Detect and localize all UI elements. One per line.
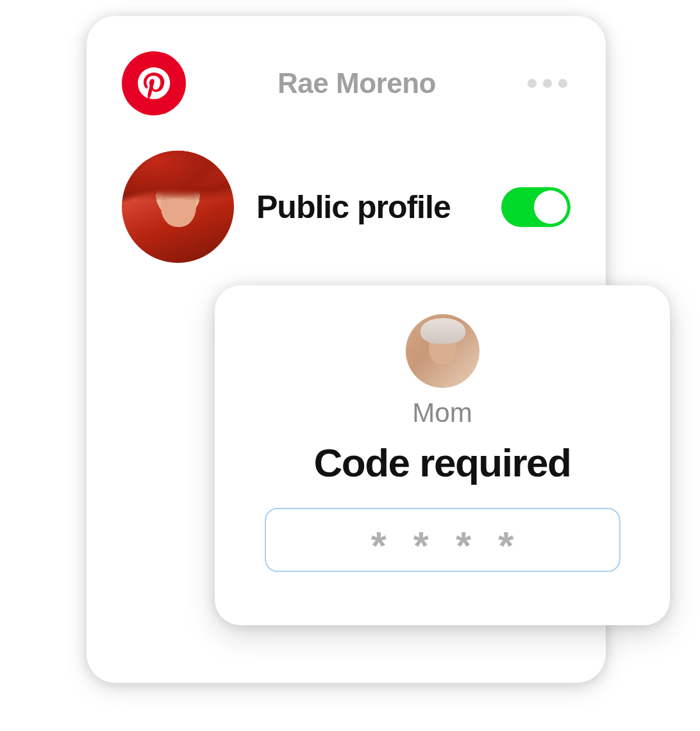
passcode-input[interactable]: * * * * — [265, 508, 621, 572]
pinterest-logo-icon — [122, 51, 186, 115]
passcode-digit: * — [413, 526, 429, 566]
public-profile-row: Public profile — [87, 115, 606, 263]
header: Rae Moreno — [87, 16, 606, 115]
passcode-digit: * — [371, 526, 387, 566]
parent-avatar — [406, 314, 479, 388]
user-name: Rae Moreno — [186, 67, 528, 99]
avatar — [122, 151, 234, 263]
code-required-card: Mom Code required * * * * — [215, 285, 670, 625]
code-required-title: Code required — [314, 440, 571, 485]
passcode-digit: * — [456, 526, 471, 566]
more-options-icon[interactable] — [528, 79, 574, 88]
public-profile-toggle[interactable] — [501, 187, 571, 227]
parent-label: Mom — [412, 398, 472, 428]
passcode-digit: * — [498, 526, 513, 566]
public-profile-label: Public profile — [256, 189, 479, 226]
